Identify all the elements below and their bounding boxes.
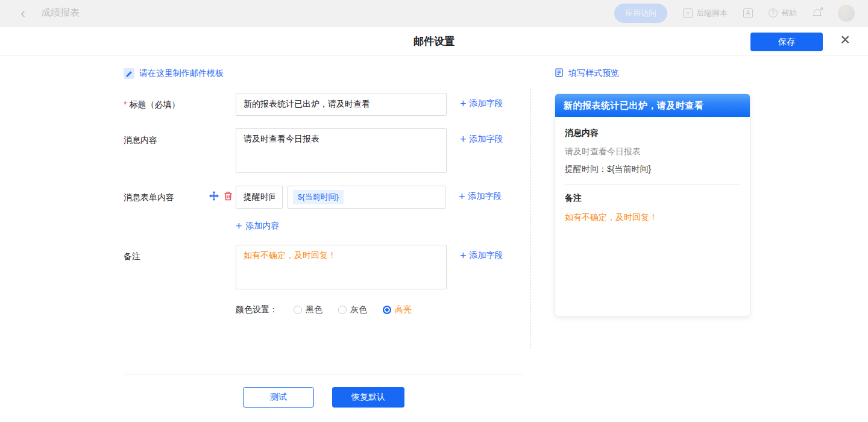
move-icon[interactable] <box>209 191 219 203</box>
test-button[interactable]: 测试 <box>243 387 314 408</box>
preview-hint-label: 填写样式预览 <box>568 68 619 79</box>
font-icon[interactable]: A <box>743 8 753 18</box>
question-icon: ? <box>769 8 778 17</box>
topbar: ‹ 成绩报表 应用访问 ⌗ 后端脚本 A ? 帮助 <box>0 0 868 27</box>
form-content-row: 消息表单内容 ${当前时间} + 添加字段 <box>124 186 502 209</box>
content-textarea[interactable]: 请及时查看今日报表 <box>236 128 447 173</box>
plus-icon: + <box>236 221 242 231</box>
preview-card-title: 新的报表统计已出炉，请及时查看 <box>555 94 750 117</box>
note-textarea[interactable]: 如有不确定，及时回复！ <box>236 245 447 289</box>
preview-note-text: 如有不确定，及时回复！ <box>565 212 740 223</box>
add-content-link[interactable]: + 添加内容 <box>236 221 280 231</box>
topbar-title: 成绩报表 <box>41 7 80 19</box>
plus-icon: + <box>459 191 465 202</box>
radio-checked-icon[interactable] <box>383 306 391 314</box>
pencil-icon <box>124 68 134 79</box>
form-actions: 测试 恢复默认 <box>243 387 404 408</box>
preview-card-body: 消息内容 请及时查看今日报表 提醒时间：${当前时间} 备注 如有不确定，及时回… <box>555 117 750 223</box>
restore-default-button[interactable]: 恢复默认 <box>332 387 404 408</box>
template-hint-label: 请在这里制作邮件模板 <box>139 68 224 79</box>
content-row: 消息内容 请及时查看今日报表 + 添加字段 <box>124 128 503 173</box>
note-label: 备注 <box>124 245 236 268</box>
page-title: 邮件设置 <box>0 27 868 55</box>
radio-icon[interactable] <box>294 306 302 314</box>
required-mark: * <box>124 93 127 116</box>
plus-icon: + <box>460 250 467 261</box>
preview-content-heading: 消息内容 <box>565 128 740 139</box>
radio-black[interactable]: 黑色 <box>294 304 322 315</box>
add-field-link-note[interactable]: + 添加字段 <box>460 250 503 261</box>
title-label: * 标题（必填） <box>124 93 236 116</box>
template-hint: 请在这里制作邮件模板 <box>124 68 224 79</box>
color-settings-label: 颜色设置： <box>236 304 278 315</box>
variable-tag[interactable]: ${当前时间} <box>293 190 344 204</box>
preview-hint: 填写样式预览 <box>555 68 619 79</box>
notification-dot <box>820 7 823 10</box>
radio-gray[interactable]: 灰色 <box>338 304 367 315</box>
title-input[interactable] <box>236 93 447 116</box>
modal-header: 邮件设置 保存 × <box>0 27 868 55</box>
app-access-button[interactable]: 应用访问 <box>614 4 667 23</box>
preview-divider <box>565 184 740 184</box>
preview-content-line2: 提醒时间：${当前时间} <box>565 164 740 175</box>
close-icon[interactable]: × <box>837 31 854 49</box>
add-field-link-title[interactable]: + 添加字段 <box>460 98 503 109</box>
preview-note-heading: 备注 <box>565 193 740 204</box>
note-row: 备注 如有不确定，及时回复！ + 添加字段 <box>124 245 503 289</box>
preview-card: 新的报表统计已出炉，请及时查看 消息内容 请及时查看今日报表 提醒时间：${当前… <box>555 93 750 316</box>
form-divider <box>124 374 523 374</box>
add-field-link-form-content[interactable]: + 添加字段 <box>459 191 502 202</box>
row-tools <box>209 186 236 209</box>
plus-icon: + <box>460 98 467 109</box>
backend-script-button[interactable]: ⌗ 后端脚本 <box>683 8 728 19</box>
vertical-divider <box>530 89 531 348</box>
plus-icon: + <box>460 134 467 145</box>
notification-bell-icon[interactable] <box>813 8 822 18</box>
preview-content-line1: 请及时查看今日报表 <box>565 146 740 157</box>
save-button[interactable]: 保存 <box>750 33 823 51</box>
back-icon[interactable]: ‹ <box>20 6 25 20</box>
content-label: 消息内容 <box>124 128 236 151</box>
email-settings-modal: 邮件设置 保存 × 请在这里制作邮件模板 * 标题（必填） + 添加字段 消息内… <box>0 27 868 422</box>
color-settings-row: 颜色设置： 黑色 灰色 高亮 <box>236 304 412 315</box>
title-row: * 标题（必填） + 添加字段 <box>124 93 503 116</box>
avatar[interactable] <box>838 5 855 22</box>
form-content-key-input[interactable] <box>236 186 283 209</box>
trash-icon[interactable] <box>224 191 233 203</box>
radio-icon[interactable] <box>338 306 347 314</box>
document-icon <box>555 68 564 79</box>
script-icon: ⌗ <box>683 8 693 18</box>
form-content-value-input[interactable]: ${当前时间} <box>288 186 445 209</box>
help-button[interactable]: ? 帮助 <box>769 8 797 19</box>
add-field-link-content[interactable]: + 添加字段 <box>460 134 503 145</box>
radio-highlight[interactable]: 高亮 <box>383 304 412 315</box>
